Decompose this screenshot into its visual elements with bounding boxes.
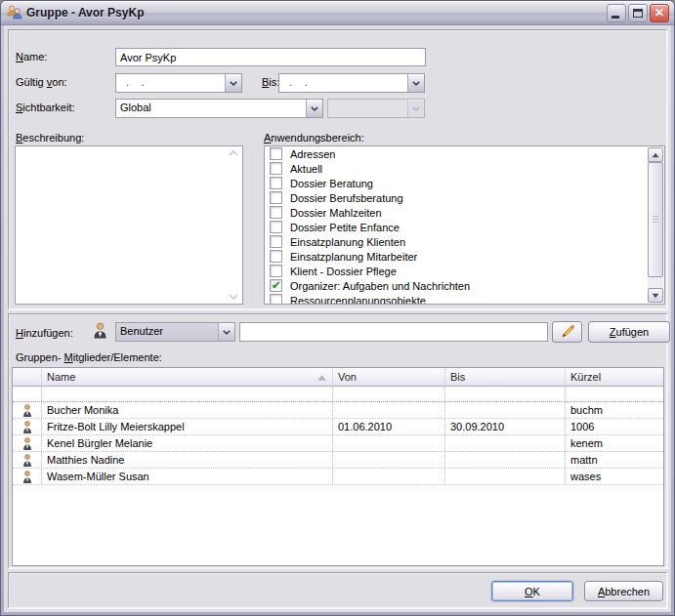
scope-list-item[interactable]: Dossier Beratung bbox=[265, 176, 648, 190]
maximize-button[interactable] bbox=[628, 4, 648, 22]
minimize-button[interactable] bbox=[607, 4, 626, 22]
table-row[interactable]: Bucher Monika buchm bbox=[13, 402, 663, 419]
add-button[interactable]: Zufügen bbox=[588, 321, 670, 343]
checkbox[interactable] bbox=[270, 294, 282, 304]
edit-button[interactable] bbox=[552, 321, 582, 343]
checkbox-label: Adressen bbox=[290, 148, 335, 160]
checkbox[interactable] bbox=[270, 221, 282, 233]
checkbox-label: Ressourcenplanungsobjekte bbox=[290, 295, 426, 305]
table-row[interactable]: Wasem-Müller Susan wases bbox=[13, 469, 663, 485]
scope-label: Anwendungsbereich: bbox=[264, 132, 364, 144]
checkbox[interactable] bbox=[270, 206, 282, 219]
cell-kuerzel: 1006 bbox=[566, 419, 663, 434]
name-label: Name: bbox=[16, 51, 47, 62]
arrow-down-icon bbox=[652, 293, 659, 299]
scrollbar-thumb[interactable] bbox=[648, 162, 663, 277]
scroll-up-button[interactable] bbox=[648, 147, 663, 162]
scope-list-item[interactable]: Ressourcenplanungsobjekte bbox=[265, 293, 648, 304]
cell-name: Matthies Nadine bbox=[42, 452, 333, 468]
checkbox[interactable] bbox=[270, 235, 282, 248]
scope-scrollbar[interactable] bbox=[648, 147, 663, 303]
scope-list-item[interactable]: ✔ Organizer: Aufgaben und Nachrichten bbox=[265, 278, 648, 293]
cell-bis bbox=[445, 435, 566, 451]
cell-von bbox=[333, 452, 445, 468]
visibility-label: Sichtbarkeit: bbox=[16, 102, 75, 113]
checkbox[interactable] bbox=[270, 162, 282, 175]
checkbox-label: Organizer: Aufgaben und Nachrichten bbox=[290, 280, 470, 292]
valid-from-combobox[interactable]: . . bbox=[115, 73, 242, 93]
table-row[interactable]: Matthies Nadine mattn bbox=[13, 452, 663, 469]
cancel-button[interactable]: Abbrechen bbox=[584, 581, 663, 601]
checkbox-label: Dossier Petite Enfance bbox=[290, 222, 400, 233]
chevron-down-icon[interactable] bbox=[218, 323, 234, 341]
description-textarea[interactable] bbox=[15, 145, 243, 305]
cell-name: Kenel Bürgler Melanie bbox=[42, 435, 333, 451]
add-search-input[interactable] bbox=[239, 322, 548, 342]
scope-list-item[interactable]: Klient - Dossier Pflege bbox=[265, 264, 648, 278]
scope-listbox[interactable]: Adressen Aktuell Dossier Beratung Dossie… bbox=[264, 145, 665, 305]
cell-bis bbox=[445, 452, 566, 468]
cell-name: Fritze-Bolt Lilly Meierskappel bbox=[42, 419, 333, 434]
group-users-icon bbox=[7, 5, 22, 21]
checkbox[interactable] bbox=[270, 250, 282, 263]
ok-button[interactable]: OK bbox=[491, 581, 573, 601]
table-filter-row[interactable] bbox=[13, 387, 663, 402]
dialog-window: Gruppe - Avor PsyKp ✕ Name: Gültig von: … bbox=[0, 0, 675, 616]
window-controls: ✕ bbox=[607, 4, 669, 22]
cell-von bbox=[333, 402, 445, 418]
cell-von bbox=[333, 435, 445, 451]
bis-label: Bis: bbox=[262, 76, 279, 88]
titlebar[interactable]: Gruppe - Avor PsyKp ✕ bbox=[1, 1, 674, 25]
header-bis[interactable]: Bis bbox=[445, 368, 566, 387]
header-kuerzel[interactable]: Kürzel bbox=[566, 368, 663, 387]
checkbox-label: Dossier Beratung bbox=[290, 178, 373, 189]
scroll-down-button[interactable] bbox=[648, 288, 663, 303]
cell-kuerzel: wases bbox=[566, 469, 663, 484]
user-icon bbox=[93, 322, 107, 339]
scope-list-item[interactable]: Aktuell bbox=[265, 161, 648, 176]
user-icon bbox=[22, 454, 32, 467]
minimize-icon bbox=[612, 16, 619, 19]
maximize-icon bbox=[633, 9, 643, 18]
checkbox[interactable] bbox=[270, 147, 282, 160]
scope-list-item[interactable]: Dossier Berufsberatung bbox=[265, 190, 648, 205]
checkbox[interactable] bbox=[270, 265, 282, 277]
chevron-down-icon[interactable] bbox=[225, 74, 241, 92]
table-header-row: Name Von Bis Kürzel bbox=[13, 368, 663, 387]
chevron-down-icon[interactable] bbox=[407, 74, 424, 92]
checkbox-label: Einsatzplanung Mitarbeiter bbox=[290, 251, 417, 263]
user-icon bbox=[22, 471, 32, 483]
cell-kuerzel: mattn bbox=[566, 452, 663, 468]
checkbox[interactable] bbox=[270, 191, 282, 204]
visibility-combobox[interactable]: Global bbox=[115, 99, 323, 118]
close-button[interactable]: ✕ bbox=[650, 4, 669, 22]
table-body: Bucher Monika buchm Fritze-Bolt Lilly Me… bbox=[13, 402, 663, 485]
bis-combobox[interactable]: . . bbox=[278, 73, 425, 93]
header-von[interactable]: Von bbox=[333, 368, 445, 387]
checkbox-label: Dossier Mahlzeiten bbox=[290, 207, 382, 219]
cell-kuerzel: buchm bbox=[566, 402, 663, 418]
cell-bis: 30.09.2010 bbox=[445, 419, 566, 434]
scope-list-item[interactable]: Adressen bbox=[265, 146, 648, 161]
scope-list-item[interactable]: Dossier Mahlzeiten bbox=[265, 205, 648, 220]
cell-kuerzel: kenem bbox=[566, 435, 663, 451]
cell-von bbox=[333, 469, 445, 484]
table-row[interactable]: Fritze-Bolt Lilly Meierskappel 01.06.201… bbox=[13, 419, 663, 435]
header-icon-column[interactable] bbox=[13, 368, 42, 387]
checkbox[interactable]: ✔ bbox=[270, 279, 282, 292]
scroll-down-icon bbox=[228, 293, 239, 301]
members-table[interactable]: Name Von Bis Kürzel bbox=[12, 367, 664, 566]
checkbox[interactable] bbox=[270, 177, 282, 189]
header-name[interactable]: Name bbox=[42, 368, 333, 387]
scope-list: Adressen Aktuell Dossier Beratung Dossie… bbox=[265, 146, 648, 304]
name-input[interactable] bbox=[115, 48, 426, 66]
scope-list-item[interactable]: Dossier Petite Enfance bbox=[265, 220, 648, 234]
scope-list-item[interactable]: Einsatzplanung Mitarbeiter bbox=[265, 249, 648, 264]
chevron-down-icon[interactable] bbox=[306, 100, 322, 117]
window-title: Gruppe - Avor PsyKp bbox=[26, 6, 144, 20]
add-type-combobox[interactable]: Benutzer bbox=[115, 322, 235, 342]
user-icon bbox=[22, 421, 32, 433]
scope-list-item[interactable]: Einsatzplanung Klienten bbox=[265, 234, 648, 249]
table-row[interactable]: Kenel Bürgler Melanie kenem bbox=[13, 435, 663, 452]
valid-from-label: Gültig von: bbox=[16, 76, 67, 88]
